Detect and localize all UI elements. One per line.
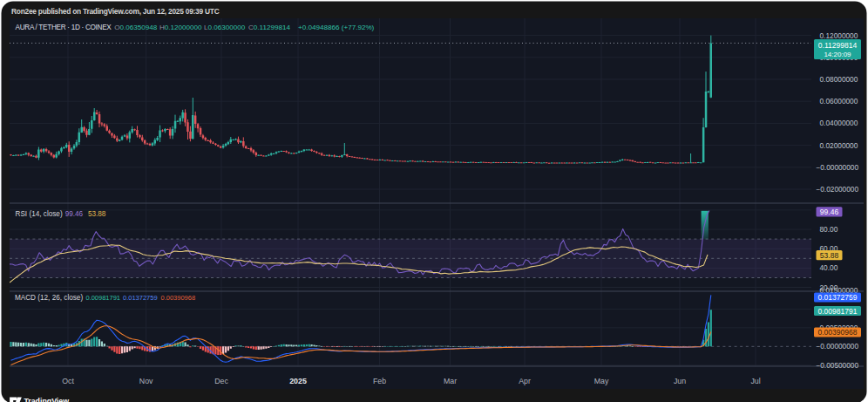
svg-text:RSI (14, close): RSI (14, close): [16, 210, 63, 218]
svg-text:0.01372759: 0.01372759: [123, 294, 158, 302]
svg-text:0.11299814: 0.11299814: [818, 41, 858, 50]
svg-text:H0.12000000: H0.12000000: [159, 24, 202, 31]
svg-text:2025: 2025: [289, 377, 307, 385]
svg-text:Nov: Nov: [139, 377, 153, 385]
svg-text:14:20:09: 14:20:09: [824, 51, 851, 58]
svg-text:C0.11299814: C0.11299814: [248, 24, 291, 31]
svg-text:O0.06350948: O0.06350948: [114, 24, 158, 31]
svg-text:53.88: 53.88: [88, 210, 106, 218]
svg-text:Dec: Dec: [214, 377, 228, 385]
svg-text:Feb: Feb: [373, 377, 386, 385]
svg-text:Mar: Mar: [444, 377, 457, 385]
svg-text:0.06000000: 0.06000000: [820, 97, 858, 106]
svg-text:Jun: Jun: [674, 377, 686, 385]
svg-text:+0.04948866 (+77.92%): +0.04948866 (+77.92%): [298, 24, 375, 31]
svg-text:0.04000000: 0.04000000: [820, 119, 858, 127]
svg-text:0.08000000: 0.08000000: [820, 75, 858, 84]
svg-text:0.12000000: 0.12000000: [820, 31, 858, 40]
svg-text:40.00: 40.00: [820, 263, 838, 272]
svg-text:L0.06300000: L0.06300000: [204, 24, 246, 31]
svg-text:80.00: 80.00: [820, 225, 838, 234]
svg-text:99.46: 99.46: [820, 208, 839, 216]
svg-text:Oct: Oct: [62, 377, 74, 385]
svg-text:May: May: [594, 377, 609, 385]
svg-text:−0.00000000: −0.00000000: [816, 342, 858, 351]
svg-text:0.01372759: 0.01372759: [818, 293, 858, 302]
svg-text:TradingView: TradingView: [24, 397, 69, 402]
svg-text:0.02000000: 0.02000000: [820, 141, 858, 150]
svg-text:0.00981791: 0.00981791: [85, 294, 120, 302]
svg-text:0.00390968: 0.00390968: [818, 328, 858, 337]
svg-text:53.88: 53.88: [820, 251, 839, 260]
svg-text:−0.00500000: −0.00500000: [816, 361, 858, 370]
svg-text:MACD (12, 26, close): MACD (12, 26, close): [15, 294, 84, 302]
svg-text:Apr: Apr: [519, 377, 531, 385]
svg-text:Jul: Jul: [750, 377, 760, 385]
svg-text:99.46: 99.46: [65, 210, 84, 218]
svg-text:Ron2ee published on TradingVie: Ron2ee published on TradingView.com, Jun…: [11, 7, 220, 16]
svg-text:0.00981791: 0.00981791: [818, 307, 858, 316]
svg-text:−0.02000000: −0.02000000: [816, 185, 858, 194]
svg-text:−0.00000000: −0.00000000: [816, 163, 858, 172]
svg-text:AURA / TETHER · 1D · COINEX: AURA / TETHER · 1D · COINEX: [16, 24, 112, 31]
svg-text:0.00390968: 0.00390968: [161, 294, 196, 302]
